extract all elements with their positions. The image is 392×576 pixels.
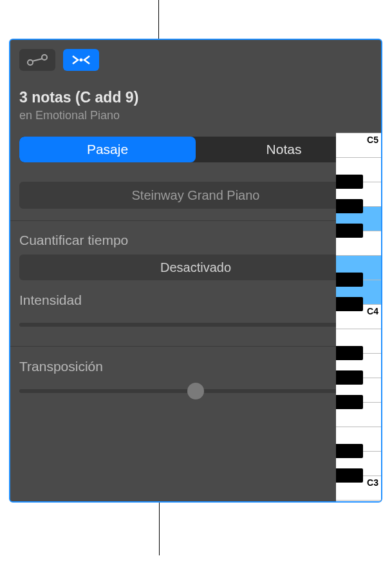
panel-content: 3 notas (C add 9) en Emotional Piano Pas… <box>10 40 381 501</box>
svg-line-2 <box>32 59 42 61</box>
key-label: C4 <box>367 306 378 316</box>
svg-point-3 <box>80 59 83 62</box>
transposition-row: Transposición 0 <box>19 358 372 375</box>
transposition-label: Transposición <box>19 359 103 374</box>
toolbar <box>19 49 372 71</box>
white-key[interactable]: C5 <box>336 133 381 157</box>
automation-icon <box>26 53 48 66</box>
quantize-value: Desactivado <box>160 260 231 275</box>
inspector-panel: 3 notas (C add 9) en Emotional Piano Pas… <box>9 39 382 503</box>
black-key[interactable] <box>336 297 363 311</box>
black-key[interactable] <box>336 346 363 360</box>
note-marker <box>381 236 382 249</box>
intensity-row: Intensidad 100 <box>19 292 372 309</box>
black-key[interactable] <box>336 370 363 385</box>
automation-button[interactable] <box>19 49 55 71</box>
quantize-select[interactable]: Desactivado <box>19 254 372 280</box>
transposition-handle[interactable] <box>187 383 204 399</box>
white-key[interactable] <box>336 500 381 503</box>
black-key[interactable] <box>336 444 363 458</box>
panel-inner: 3 notas (C add 9) en Emotional Piano Pas… <box>10 40 381 501</box>
merge-button[interactable] <box>63 49 99 71</box>
divider <box>10 220 381 221</box>
instrument-name[interactable]: Steinway Grand Piano <box>19 182 372 209</box>
piano-keyboard[interactable]: C5C4C3 <box>336 133 381 501</box>
quantize-label: Cuantificar tiempo <box>19 233 372 248</box>
black-key[interactable] <box>336 175 363 189</box>
slider-track <box>19 323 372 327</box>
region-subtitle: en Emotional Piano <box>19 109 372 122</box>
intensity-label: Intensidad <box>19 293 82 308</box>
tab-region[interactable]: Pasaje <box>19 137 196 162</box>
region-title: 3 notas (C add 9) <box>19 89 372 106</box>
tab-control: Pasaje Notas <box>19 137 372 162</box>
black-key[interactable] <box>336 273 363 287</box>
black-key[interactable] <box>336 199 363 213</box>
merge-icon <box>70 53 92 66</box>
black-key[interactable] <box>336 224 363 238</box>
callout-line-top <box>158 0 159 41</box>
key-label: C3 <box>367 477 378 488</box>
black-key[interactable] <box>336 468 363 483</box>
note-marker <box>381 359 382 372</box>
intensity-slider[interactable] <box>19 315 372 334</box>
key-label: C5 <box>367 135 378 145</box>
transposition-slider[interactable] <box>19 381 372 401</box>
black-key[interactable] <box>336 395 363 409</box>
divider <box>10 346 381 347</box>
